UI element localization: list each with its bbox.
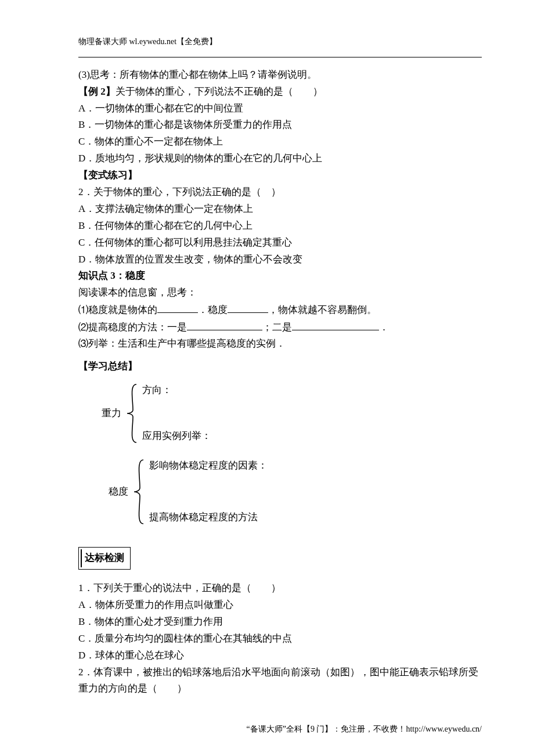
site-header: 物理备课大师 wl.eywedu.net【全免费】 [78,35,482,49]
check-title: 达标检测 [85,552,124,563]
kp3-2-post: ． [379,322,389,333]
ex2-opt-d: D．质地均匀，形状规则的物体的重心在它的几何中心上 [78,150,482,167]
variant-a: A．支撑法确定物体的重心一定在物体上 [78,201,482,218]
page-footer: “备课大师”全科【9 门】：免注册，不收费！http://www.eywedu.… [247,722,482,736]
q2: 2．体育课中，被推出的铅球落地后沿水平地面向前滚动（如图），图中能正确表示铅球所… [78,664,482,698]
page: 物理备课大师 wl.eywedu.net【全免费】 (3)思考：所有物体的重心都… [0,0,534,756]
q1-d: D．球体的重心总在球心 [78,647,482,664]
example-2: 【例 2】关于物体的重心，下列说法不正确的是（ ） [78,84,482,100]
brace-stability-label: 稳度 [102,484,131,501]
kp3-intro: 阅读课本的信息窗，思考： [78,285,482,301]
blank [228,301,268,313]
brace-gravity-label: 重力 [91,405,124,422]
brace-stability-item-2: 提高物体稳定程度的方法 [149,509,268,526]
example-2-label: 【例 2】 [78,86,116,97]
think-prompt: (3)思考：所有物体的重心都在物体上吗？请举例说明。 [78,67,482,84]
kp3-item-1: ⑴稳度就是物体的．稳度，物体就越不容易翻倒。 [78,301,482,319]
brace-icon [124,382,140,445]
variant-d: D．物体放置的位置发生改变，物体的重心不会改变 [78,251,482,268]
check-title-box: 达标检测 [78,547,131,570]
variant-b: B．任何物体的重心都在它的几何中心上 [78,218,482,235]
brace-gravity-item-2: 应用实例列举： [142,428,211,445]
brace-icon [131,458,147,526]
q1: 1．下列关于重心的说法中，正确的是（ ） [78,580,482,597]
kp3-2-pre: ⑵提高稳度的方法：一是 [78,322,187,333]
ex2-opt-c: C．物体的重心不一定都在物体上 [78,134,482,150]
q1-b: B．物体的重心处才受到重力作用 [78,614,482,631]
brace-gravity-item-1: 方向： [142,382,211,399]
kp3-2-mid: ；二是 [262,322,292,333]
brace-stability-item-1: 影响物体稳定程度的因素： [149,458,268,474]
variant-title: 【变式练习】 [78,167,482,184]
summary-title: 【学习总结】 [78,358,482,375]
ex2-opt-b: B．一切物体的重心都是该物体所受重力的作用点 [78,117,482,134]
kp3-title: 知识点 3：稳度 [78,268,482,285]
example-2-text: 关于物体的重心，下列说法不正确的是（ ） [116,86,323,97]
blank [187,319,262,330]
kp3-1-post: ，物体就越不容易翻倒。 [268,304,377,315]
variant-q: 2．关于物体的重心，下列说法正确的是（ ） [78,184,482,201]
kp3-item-2: ⑵提高稳度的方法：一是；二是． [78,319,482,336]
header-divider [78,57,482,57]
q1-a: A．物体所受重力的作用点叫做重心 [78,597,482,614]
brace-gravity: 重力 方向： 应用实例列举： [91,382,482,445]
variant-c: C．任何物体的重心都可以利用悬挂法确定其重心 [78,235,482,251]
kp3-item-3: ⑶列举：生活和生产中有哪些提高稳度的实例． [78,336,482,352]
brace-stability: 稳度 影响物体稳定程度的因素： 提高物体稳定程度的方法 [102,458,482,526]
kp3-1-pre: ⑴稳度就是物体的 [78,304,157,315]
ex2-opt-a: A．一切物体的重心都在它的中间位置 [78,100,482,117]
blank [292,319,379,330]
kp3-1-mid: ．稳度 [198,304,228,315]
q1-c: C．质量分布均匀的圆柱体的重心在其轴线的中点 [78,631,482,647]
blank [157,301,198,313]
